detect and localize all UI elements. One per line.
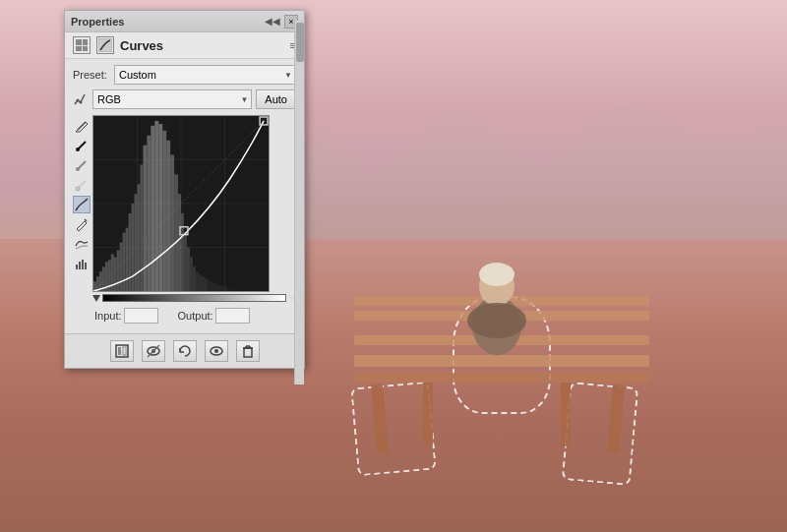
histogram-btn[interactable] xyxy=(73,255,91,272)
panel-grid-icon[interactable] xyxy=(73,36,91,54)
scroll-thumb[interactable] xyxy=(296,23,304,62)
svg-rect-51 xyxy=(158,124,162,291)
svg-rect-41 xyxy=(126,228,129,291)
scene-svg xyxy=(344,257,659,473)
svg-point-16 xyxy=(76,148,80,151)
curves-icon[interactable] xyxy=(96,36,114,54)
svg-rect-54 xyxy=(170,155,174,291)
svg-rect-74 xyxy=(230,288,233,291)
svg-rect-45 xyxy=(138,184,141,291)
add-mask-button[interactable] xyxy=(110,340,134,362)
eyedropper-auto-btn[interactable] xyxy=(73,117,91,135)
svg-rect-21 xyxy=(82,260,84,269)
svg-rect-62 xyxy=(196,271,199,291)
svg-rect-57 xyxy=(181,213,184,291)
svg-rect-67 xyxy=(211,281,213,291)
preview-button[interactable] xyxy=(205,340,228,362)
svg-rect-76 xyxy=(236,289,239,291)
svg-rect-46 xyxy=(140,164,143,291)
svg-rect-59 xyxy=(187,248,190,292)
curve-svg xyxy=(93,116,269,291)
svg-rect-38 xyxy=(117,250,120,291)
channel-icon xyxy=(73,91,89,107)
main-area xyxy=(73,115,296,302)
svg-rect-6 xyxy=(607,384,625,454)
svg-rect-42 xyxy=(129,213,132,291)
svg-point-17 xyxy=(76,167,80,171)
svg-rect-55 xyxy=(174,174,178,291)
reset-button[interactable] xyxy=(173,340,197,362)
input-label-group: Input: xyxy=(94,308,158,324)
input-label: Input: xyxy=(94,310,122,322)
svg-point-18 xyxy=(76,187,80,191)
black-eyedropper-btn[interactable] xyxy=(73,137,91,154)
svg-rect-72 xyxy=(225,287,228,291)
svg-point-87 xyxy=(214,349,218,353)
svg-rect-69 xyxy=(216,284,219,291)
titlebar-buttons: ◀◀ × xyxy=(265,15,298,29)
svg-rect-63 xyxy=(199,274,202,291)
svg-rect-49 xyxy=(151,126,154,291)
gradient-bar[interactable] xyxy=(102,294,286,302)
panel-section-title: Curves xyxy=(120,38,163,53)
panel-titlebar: Properties ◀◀ × xyxy=(65,11,304,32)
svg-point-12 xyxy=(467,303,526,338)
output-field[interactable] xyxy=(215,308,250,324)
output-label: Output: xyxy=(178,310,213,322)
svg-rect-82 xyxy=(123,347,126,355)
svg-rect-40 xyxy=(123,233,126,291)
svg-rect-58 xyxy=(184,233,187,291)
svg-rect-43 xyxy=(132,204,135,291)
svg-rect-37 xyxy=(114,257,117,291)
preset-row: Preset: Custom ▼ xyxy=(73,65,296,85)
svg-rect-77 xyxy=(239,290,242,291)
svg-rect-81 xyxy=(118,347,121,355)
visibility-button[interactable] xyxy=(142,340,165,362)
tools-column xyxy=(73,115,92,302)
pencil-tool-btn[interactable] xyxy=(73,215,91,233)
svg-rect-52 xyxy=(162,131,166,291)
bottom-toolbar xyxy=(65,333,304,368)
svg-rect-61 xyxy=(193,266,196,291)
svg-rect-53 xyxy=(166,141,170,291)
svg-rect-56 xyxy=(178,194,181,291)
preset-select-wrapper: Custom ▼ xyxy=(114,65,296,85)
smooth-points-btn[interactable] xyxy=(73,235,91,253)
svg-rect-75 xyxy=(233,289,236,291)
input-field[interactable] xyxy=(124,308,158,324)
gray-eyedropper-btn[interactable] xyxy=(73,156,91,174)
delete-button[interactable] xyxy=(236,340,260,362)
io-row: Input: Output: xyxy=(73,306,296,327)
svg-rect-48 xyxy=(147,136,151,291)
svg-rect-68 xyxy=(213,283,216,291)
curve-canvas[interactable] xyxy=(92,115,270,292)
svg-rect-64 xyxy=(202,276,205,291)
svg-rect-5 xyxy=(561,383,571,446)
panel-header: Curves ≡ xyxy=(65,32,304,59)
svg-rect-66 xyxy=(208,280,211,291)
preset-select[interactable]: Custom xyxy=(114,65,296,85)
svg-rect-60 xyxy=(190,257,193,291)
auto-button[interactable]: Auto xyxy=(256,89,296,109)
svg-rect-70 xyxy=(219,285,222,291)
svg-rect-50 xyxy=(154,121,158,291)
channel-select-wrapper: RGB Red Green Blue ▼ xyxy=(92,89,252,109)
black-point-triangle[interactable] xyxy=(92,295,100,302)
svg-point-14 xyxy=(77,99,80,102)
preset-label: Preset: xyxy=(73,69,110,81)
svg-point-11 xyxy=(479,263,515,286)
white-eyedropper-btn[interactable] xyxy=(73,176,91,194)
svg-rect-0 xyxy=(354,355,649,367)
panel-scrollbar[interactable] xyxy=(294,21,304,384)
channel-row: RGB Red Green Blue ▼ Auto xyxy=(73,89,296,109)
svg-rect-39 xyxy=(120,243,123,291)
smooth-curve-btn[interactable] xyxy=(73,196,91,213)
svg-rect-4 xyxy=(423,383,433,446)
panel-content: Preset: Custom ▼ RGB Red xyxy=(65,59,304,333)
svg-rect-65 xyxy=(205,278,208,291)
svg-point-15 xyxy=(80,101,83,104)
channel-select[interactable]: RGB Red Green Blue xyxy=(92,89,252,109)
collapse-icon[interactable]: ◀◀ xyxy=(265,16,280,27)
svg-rect-30 xyxy=(93,281,96,291)
svg-rect-19 xyxy=(76,265,78,269)
